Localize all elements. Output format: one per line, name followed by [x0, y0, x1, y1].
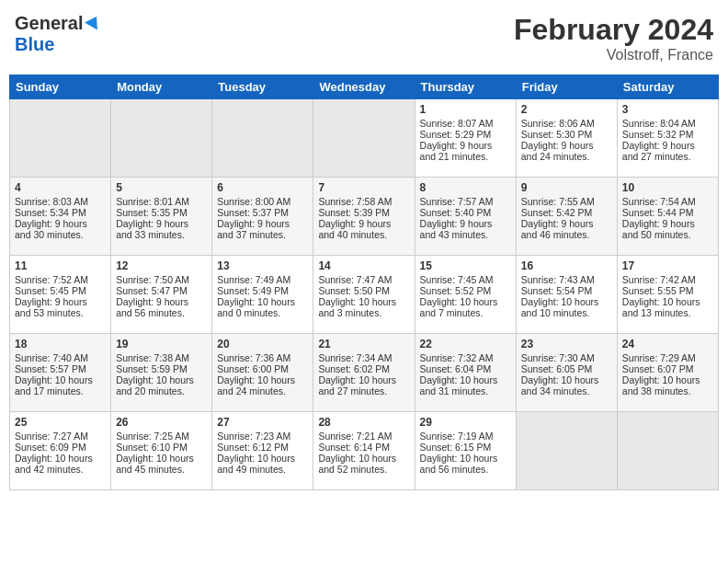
day-number: 6 [217, 181, 308, 194]
daylight-label: Daylight: 10 hours and 45 minutes. [116, 453, 194, 475]
calendar-cell: 24Sunrise: 7:29 AMSunset: 6:07 PMDayligh… [617, 334, 718, 412]
sunset-label: Sunset: 5:55 PM [622, 285, 694, 296]
day-number: 3 [622, 103, 713, 116]
sunset-label: Sunset: 5:45 PM [15, 285, 86, 296]
calendar-table: SundayMondayTuesdayWednesdayThursdayFrid… [9, 75, 719, 490]
calendar-cell: 5Sunrise: 8:01 AMSunset: 5:35 PMDaylight… [111, 178, 212, 256]
sunrise-label: Sunrise: 7:29 AM [622, 352, 696, 363]
sunset-label: Sunset: 6:14 PM [318, 442, 390, 453]
sunrise-label: Sunrise: 7:58 AM [318, 196, 392, 207]
sunset-label: Sunset: 6:07 PM [622, 363, 694, 374]
daylight-label: Daylight: 10 hours and 34 minutes. [521, 374, 599, 396]
sunrise-label: Sunrise: 7:25 AM [116, 431, 189, 442]
sunrise-label: Sunrise: 7:38 AM [116, 352, 189, 363]
sunrise-label: Sunrise: 7:52 AM [15, 274, 88, 285]
sunrise-label: Sunrise: 7:49 AM [217, 274, 290, 285]
sunrise-label: Sunrise: 7:32 AM [420, 352, 494, 363]
daylight-label: Daylight: 10 hours and 17 minutes. [15, 374, 93, 396]
calendar-cell [212, 99, 313, 178]
day-number: 16 [521, 259, 612, 272]
daylight-label: Daylight: 9 hours and 43 minutes. [420, 218, 493, 240]
calendar-cell: 26Sunrise: 7:25 AMSunset: 6:10 PMDayligh… [111, 412, 212, 490]
day-number: 29 [420, 416, 511, 429]
sunset-label: Sunset: 5:35 PM [116, 207, 188, 218]
day-number: 14 [318, 259, 409, 272]
calendar-week-2: 4Sunrise: 8:03 AMSunset: 5:34 PMDaylight… [10, 178, 719, 256]
day-number: 4 [15, 181, 106, 194]
month-title: February 2024 [514, 13, 713, 47]
calendar-cell: 18Sunrise: 7:40 AMSunset: 5:57 PMDayligh… [10, 334, 111, 412]
sunset-label: Sunset: 6:05 PM [521, 363, 593, 374]
calendar-cell: 15Sunrise: 7:45 AMSunset: 5:52 PMDayligh… [415, 256, 516, 334]
daylight-label: Daylight: 9 hours and 46 minutes. [521, 218, 594, 240]
calendar-cell: 20Sunrise: 7:36 AMSunset: 6:00 PMDayligh… [212, 334, 313, 412]
daylight-label: Daylight: 9 hours and 50 minutes. [622, 218, 695, 240]
day-number: 26 [116, 416, 207, 429]
sunrise-label: Sunrise: 7:21 AM [318, 431, 392, 442]
sunrise-label: Sunrise: 8:03 AM [15, 196, 88, 207]
calendar-cell: 23Sunrise: 7:30 AMSunset: 6:05 PMDayligh… [516, 334, 617, 412]
day-number: 2 [521, 103, 612, 116]
weekday-header-sunday: Sunday [10, 75, 111, 99]
calendar-week-1: 1Sunrise: 8:07 AMSunset: 5:29 PMDaylight… [10, 99, 719, 178]
day-number: 18 [15, 338, 106, 350]
sunrise-label: Sunrise: 7:45 AM [420, 274, 494, 285]
sunset-label: Sunset: 6:10 PM [116, 442, 188, 453]
sunrise-label: Sunrise: 7:23 AM [217, 431, 290, 442]
daylight-label: Daylight: 9 hours and 21 minutes. [420, 140, 493, 162]
daylight-label: Daylight: 10 hours and 49 minutes. [217, 453, 295, 475]
calendar-cell: 10Sunrise: 7:54 AMSunset: 5:44 PMDayligh… [617, 178, 718, 256]
sunrise-label: Sunrise: 7:42 AM [622, 274, 696, 285]
sunset-label: Sunset: 5:32 PM [622, 129, 694, 140]
sunset-label: Sunset: 5:37 PM [217, 207, 289, 218]
logo-blue: Blue [15, 34, 54, 54]
day-number: 27 [217, 416, 308, 429]
sunset-label: Sunset: 5:59 PM [116, 363, 188, 374]
logo: General Blue [15, 13, 102, 55]
daylight-label: Daylight: 10 hours and 3 minutes. [318, 296, 396, 318]
day-number: 12 [116, 259, 207, 272]
sunrise-label: Sunrise: 7:36 AM [217, 352, 290, 363]
day-number: 17 [622, 259, 713, 272]
weekday-header-saturday: Saturday [617, 75, 718, 99]
sunset-label: Sunset: 5:34 PM [15, 207, 86, 218]
sunrise-label: Sunrise: 7:50 AM [116, 274, 189, 285]
sunset-label: Sunset: 5:39 PM [318, 207, 390, 218]
calendar-cell [10, 99, 111, 178]
calendar-cell [516, 412, 617, 490]
calendar-cell: 7Sunrise: 7:58 AMSunset: 5:39 PMDaylight… [313, 178, 415, 256]
calendar-cell: 17Sunrise: 7:42 AMSunset: 5:55 PMDayligh… [617, 256, 718, 334]
day-number: 21 [318, 338, 409, 350]
daylight-label: Daylight: 9 hours and 30 minutes. [15, 218, 87, 240]
weekday-header-friday: Friday [516, 75, 617, 99]
day-number: 8 [420, 181, 511, 194]
day-number: 1 [420, 103, 511, 116]
day-number: 7 [318, 181, 409, 194]
sunrise-label: Sunrise: 7:43 AM [521, 274, 595, 285]
daylight-label: Daylight: 10 hours and 42 minutes. [15, 453, 93, 475]
daylight-label: Daylight: 10 hours and 20 minutes. [116, 374, 194, 396]
calendar-cell: 12Sunrise: 7:50 AMSunset: 5:47 PMDayligh… [111, 256, 212, 334]
sunset-label: Sunset: 5:44 PM [622, 207, 694, 218]
day-number: 13 [217, 259, 308, 272]
sunset-label: Sunset: 6:09 PM [15, 442, 86, 453]
calendar-week-5: 25Sunrise: 7:27 AMSunset: 6:09 PMDayligh… [10, 412, 719, 490]
day-number: 23 [521, 338, 612, 350]
day-number: 24 [622, 338, 713, 350]
daylight-label: Daylight: 10 hours and 56 minutes. [420, 453, 498, 475]
day-number: 11 [15, 259, 106, 272]
logo-icon [84, 14, 102, 32]
sunset-label: Sunset: 6:12 PM [217, 442, 289, 453]
sunset-label: Sunset: 5:50 PM [318, 285, 390, 296]
daylight-label: Daylight: 9 hours and 27 minutes. [622, 140, 695, 162]
sunset-label: Sunset: 6:02 PM [318, 363, 390, 374]
daylight-label: Daylight: 10 hours and 38 minutes. [622, 374, 700, 396]
title-section: February 2024 Volstroff, France [514, 13, 713, 63]
calendar-cell: 13Sunrise: 7:49 AMSunset: 5:49 PMDayligh… [212, 256, 313, 334]
calendar-cell: 4Sunrise: 8:03 AMSunset: 5:34 PMDaylight… [10, 178, 111, 256]
calendar-cell [617, 412, 718, 490]
sunrise-label: Sunrise: 8:06 AM [521, 118, 595, 129]
sunrise-label: Sunrise: 8:00 AM [217, 196, 290, 207]
daylight-label: Daylight: 9 hours and 33 minutes. [116, 218, 188, 240]
calendar-cell: 1Sunrise: 8:07 AMSunset: 5:29 PMDaylight… [415, 99, 516, 178]
